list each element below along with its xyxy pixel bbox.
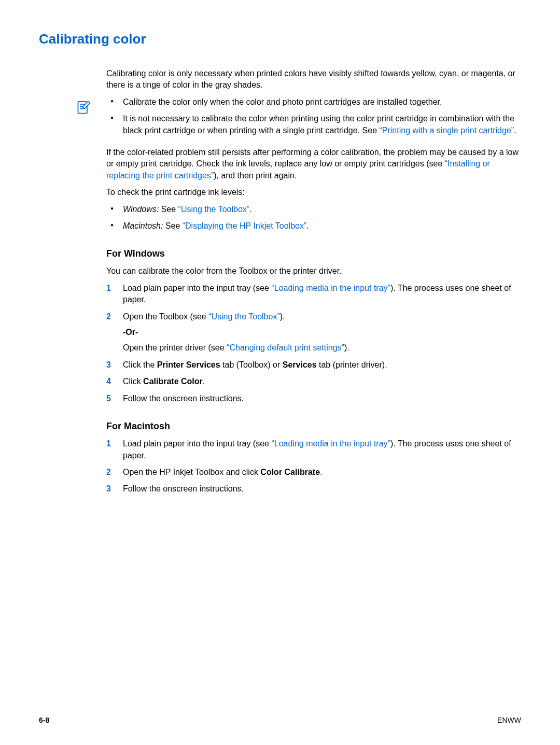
page-title: Calibrating color — [39, 31, 521, 47]
win-step-3: 3 Click the Printer Services tab (Toolbo… — [106, 359, 521, 371]
paragraph-check-levels: To check the print cartridge ink levels: — [106, 187, 521, 198]
windows-intro: You can calibrate the color from the Too… — [106, 265, 521, 277]
mac-step-1: 1 Load plain paper into the input tray (… — [106, 438, 521, 461]
step-number: 3 — [106, 359, 111, 371]
macintosh-steps: 1 Load plain paper into the input tray (… — [106, 438, 521, 495]
text: Click — [123, 377, 143, 386]
text: tab (Toolbox) or — [220, 360, 283, 369]
win-step-4: 4 Click Calibrate Color. — [106, 376, 521, 387]
step-number: 4 — [106, 376, 111, 387]
text: Click the — [123, 360, 157, 369]
intro-paragraph: Calibrating color is only necessary when… — [106, 68, 521, 91]
text: . — [203, 377, 205, 386]
content-body: Calibrating color is only necessary when… — [106, 68, 521, 495]
text: ), and then print again. — [214, 171, 297, 180]
heading-macintosh: For Macintosh — [106, 420, 521, 433]
link-loading-media[interactable]: “Loading media in the input tray” — [271, 284, 390, 292]
windows-steps: 1 Load plain paper into the input tray (… — [106, 283, 521, 404]
link-hp-inkjet-toolbox[interactable]: “Displaying the HP Inkjet Toolbox” — [183, 221, 307, 230]
text: Open the Toolbox (see — [123, 312, 208, 321]
page-number: 6-8 — [39, 716, 49, 724]
printer-services-label: Printer Services — [157, 360, 220, 369]
note-icon — [76, 101, 91, 115]
text: . — [249, 205, 251, 214]
check-windows: Windows: See “Using the Toolbox”. — [106, 204, 521, 215]
macintosh-label: Macintosh: — [123, 221, 163, 230]
win-step-2: 2 Open the Toolbox (see “Using the Toolb… — [106, 311, 521, 354]
heading-windows: For Windows — [106, 247, 521, 260]
note-bullet-2: It is not necessary to calibrate the col… — [106, 113, 521, 136]
or-divider: -Or- — [123, 327, 521, 338]
check-macintosh: Macintosh: See “Displaying the HP Inkjet… — [106, 220, 521, 232]
mac-step-3: 3 Follow the onscreen instructions. — [106, 483, 521, 495]
mac-step-2: 2 Open the HP Inkjet Toolbox and click C… — [106, 467, 521, 478]
page-footer: 6-8 ENWW — [39, 716, 521, 724]
text: Load plain paper into the input tray (se… — [123, 284, 271, 292]
text: ). — [280, 312, 285, 321]
note-block: Calibrate the color only when the color … — [76, 96, 521, 142]
text: . — [320, 468, 322, 476]
link-using-toolbox[interactable]: “Using the Toolbox” — [178, 205, 250, 214]
text: ). — [344, 343, 349, 352]
text: . — [514, 126, 516, 135]
paragraph-persist: If the color-related problem still persi… — [106, 147, 521, 181]
link-changing-settings[interactable]: “Changing default print settings” — [227, 343, 344, 352]
text: Open the HP Inkjet Toolbox and click — [123, 468, 260, 476]
win-step-5: 5 Follow the onscreen instructions. — [106, 393, 521, 404]
text: tab (printer driver). — [317, 360, 387, 369]
step-number: 1 — [106, 283, 111, 294]
link-loading-media-2[interactable]: “Loading media in the input tray” — [271, 439, 390, 448]
calibrate-color-label: Calibrate Color — [143, 377, 203, 386]
text: See — [163, 221, 182, 230]
text: Follow the onscreen instructions. — [123, 484, 244, 493]
note-bullet-1: Calibrate the color only when the color … — [106, 96, 521, 108]
text: Open the printer driver (see — [123, 343, 227, 352]
text: Load plain paper into the input tray (se… — [123, 439, 271, 448]
color-calibrate-label: Color Calibrate — [260, 468, 320, 476]
step-number: 5 — [106, 393, 111, 404]
footer-brand: ENWW — [497, 716, 521, 724]
link-using-toolbox-2[interactable]: “Using the Toolbox” — [208, 312, 280, 321]
services-label: Services — [283, 360, 317, 369]
step-number: 2 — [106, 311, 111, 322]
text: See — [159, 205, 178, 214]
note-bullet-list: Calibrate the color only when the color … — [106, 96, 521, 142]
check-levels-list: Windows: See “Using the Toolbox”. Macint… — [106, 204, 521, 232]
text: . — [306, 221, 309, 230]
step-number: 2 — [106, 467, 111, 478]
windows-label: Windows: — [123, 205, 159, 214]
link-single-cartridge[interactable]: “Printing with a single print cartridge” — [379, 126, 514, 135]
text: Follow the onscreen instructions. — [123, 394, 244, 403]
step-number: 1 — [106, 438, 111, 449]
win-step-1: 1 Load plain paper into the input tray (… — [106, 283, 521, 306]
step-number: 3 — [106, 483, 111, 495]
